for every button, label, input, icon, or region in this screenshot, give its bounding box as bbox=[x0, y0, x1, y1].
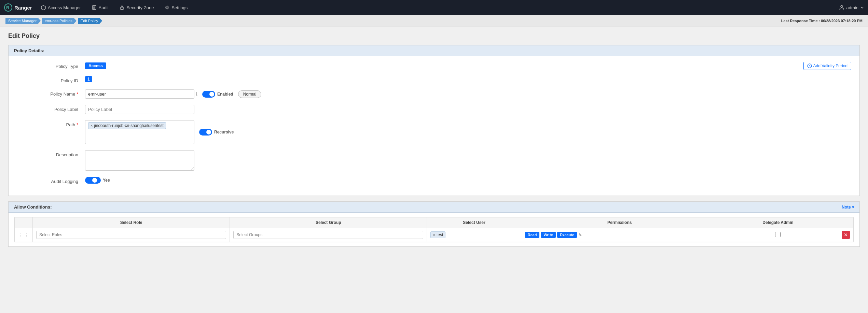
user-icon bbox=[839, 5, 844, 10]
delegate-cell bbox=[718, 228, 838, 242]
perm-write-button[interactable]: Write bbox=[541, 232, 555, 238]
nav-audit[interactable]: Audit bbox=[87, 0, 114, 15]
perm-edit-icon[interactable]: ✎ bbox=[578, 232, 582, 238]
col-actions bbox=[838, 217, 854, 228]
recursive-toggle-wrap: Recursive bbox=[199, 129, 234, 136]
policy-label-label: Policy Label bbox=[17, 105, 85, 112]
col-group: Select Group bbox=[230, 217, 427, 228]
description-control bbox=[85, 150, 851, 171]
policy-id-label: Policy ID bbox=[17, 76, 85, 83]
col-drag bbox=[15, 217, 33, 228]
breadcrumb-edit-policy[interactable]: Edit Policy bbox=[78, 18, 102, 24]
path-control: × jindoauth-runjob-cn-shanghailuseritest… bbox=[85, 120, 851, 144]
svg-point-8 bbox=[841, 5, 843, 8]
breadcrumb-bar: Service Manager emr-oss Policies Edit Po… bbox=[0, 15, 868, 27]
page-content: Edit Policy Policy Details: Policy Type … bbox=[0, 27, 868, 252]
drag-handle-icon[interactable]: ⋮⋮ bbox=[18, 232, 29, 238]
col-role: Select Role bbox=[33, 217, 230, 228]
policy-name-input[interactable] bbox=[85, 89, 194, 99]
breadcrumb: Service Manager emr-oss Policies Edit Po… bbox=[5, 18, 104, 24]
enabled-toggle-wrap: Enabled bbox=[202, 91, 233, 98]
drag-cell: ⋮⋮ bbox=[15, 228, 33, 242]
ranger-logo-icon: R bbox=[4, 3, 12, 12]
note-link[interactable]: Note ▾ bbox=[842, 205, 854, 210]
nav-security-zone-label: Security Zone bbox=[126, 5, 154, 10]
chevron-down-icon bbox=[860, 6, 864, 9]
policy-type-control: Access Add Validity Period bbox=[85, 62, 851, 70]
normal-button[interactable]: Normal bbox=[238, 90, 262, 98]
audit-logging-label: Audit Logging bbox=[17, 177, 85, 184]
add-validity-period-button[interactable]: Add Validity Period bbox=[803, 62, 852, 70]
enabled-toggle[interactable] bbox=[202, 91, 215, 98]
svg-point-7 bbox=[166, 7, 168, 9]
select-role-input[interactable] bbox=[36, 231, 226, 239]
nav-settings[interactable]: Settings bbox=[160, 0, 192, 15]
delegate-admin-checkbox[interactable] bbox=[775, 232, 781, 237]
svg-rect-6 bbox=[121, 7, 123, 10]
breadcrumb-service-manager[interactable]: Service Manager bbox=[5, 18, 41, 24]
permissions-cell: Read Write Execute ✎ bbox=[521, 228, 718, 242]
shield-icon bbox=[41, 5, 46, 10]
policy-name-label: Policy Name bbox=[17, 89, 85, 97]
path-label: Path bbox=[17, 120, 85, 127]
col-user: Select User bbox=[427, 217, 521, 228]
conditions-table-wrap: Select Role Select Group Select User Per… bbox=[14, 217, 854, 242]
group-cell bbox=[230, 228, 427, 242]
path-row: Path × jindoauth-runjob-cn-shanghailuser… bbox=[17, 120, 851, 144]
policy-label-control bbox=[85, 105, 851, 114]
policy-details-body: Policy Type Access Add Validity Period bbox=[9, 56, 859, 196]
policy-id-badge: 1 bbox=[85, 76, 92, 82]
path-tag-remove-icon[interactable]: × bbox=[91, 124, 93, 128]
audit-toggle[interactable] bbox=[85, 177, 101, 184]
policy-label-input[interactable] bbox=[85, 105, 194, 114]
policy-label-row: Policy Label bbox=[17, 105, 851, 114]
policy-type-label: Policy Type bbox=[17, 62, 85, 69]
perm-execute-button[interactable]: Execute bbox=[557, 232, 577, 238]
file-icon bbox=[92, 5, 97, 10]
allow-conditions-title: Allow Conditions: bbox=[14, 204, 52, 210]
user-tag: × test bbox=[430, 231, 445, 238]
response-time-value: 06/28/2023 07:18:20 PM bbox=[821, 19, 863, 23]
nav-access-manager[interactable]: Access Manager bbox=[36, 0, 86, 15]
description-row: Description bbox=[17, 150, 851, 171]
perm-read-button[interactable]: Read bbox=[525, 232, 539, 238]
lock-icon bbox=[120, 5, 124, 10]
conditions-table-header-row: Select Role Select Group Select User Per… bbox=[15, 217, 854, 228]
audit-toggle-label: Yes bbox=[103, 178, 110, 183]
response-time-label: Last Response Time : bbox=[781, 19, 820, 23]
role-cell bbox=[33, 228, 230, 242]
page-title: Edit Policy bbox=[8, 32, 860, 40]
user-tag-remove-icon[interactable]: × bbox=[433, 233, 435, 237]
policy-id-row: Policy ID 1 bbox=[17, 76, 851, 83]
nav-settings-label: Settings bbox=[171, 5, 188, 10]
delete-row-button[interactable]: ✕ bbox=[842, 231, 850, 239]
policy-name-label-text: Policy Name bbox=[50, 91, 75, 97]
nav-security-zone[interactable]: Security Zone bbox=[115, 0, 159, 15]
allow-conditions-header: Allow Conditions: Note ▾ bbox=[9, 202, 859, 213]
nav-audit-label: Audit bbox=[99, 5, 109, 10]
policy-type-badge: Access bbox=[85, 62, 106, 69]
select-group-input[interactable] bbox=[233, 231, 423, 239]
policy-name-row: Policy Name ℹ Enabled Normal bbox=[17, 89, 851, 99]
svg-text:R: R bbox=[6, 5, 10, 10]
path-input-area[interactable]: × jindoauth-runjob-cn-shanghailuseritest bbox=[85, 120, 194, 144]
breadcrumb-emr-oss-policies[interactable]: emr-oss Policies bbox=[42, 18, 77, 24]
policy-details-title: Policy Details: bbox=[14, 48, 44, 53]
policy-details-header: Policy Details: bbox=[9, 45, 859, 56]
policy-details-section: Policy Details: Policy Type Access Add V… bbox=[8, 45, 860, 196]
allow-conditions-section: Allow Conditions: Note ▾ Select Role Sel… bbox=[8, 201, 860, 247]
response-time: Last Response Time : 06/28/2023 07:18:20… bbox=[781, 19, 863, 23]
path-tag-value: jindoauth-runjob-cn-shanghailuseritest bbox=[94, 123, 163, 128]
description-input[interactable] bbox=[85, 150, 194, 171]
conditions-table: Select Role Select Group Select User Per… bbox=[14, 217, 854, 242]
add-validity-label: Add Validity Period bbox=[813, 63, 848, 68]
clock-icon bbox=[807, 63, 812, 68]
recursive-toggle[interactable] bbox=[199, 129, 212, 136]
table-row: ⋮⋮ × bbox=[15, 228, 854, 242]
user-tag-value: test bbox=[437, 232, 443, 237]
policy-type-row: Policy Type Access Add Validity Period bbox=[17, 62, 851, 70]
conditions-table-head: Select Role Select Group Select User Per… bbox=[15, 217, 854, 228]
top-navigation: R Ranger Access Manager Audit Security Z… bbox=[0, 0, 868, 15]
audit-toggle-wrap: Yes bbox=[85, 177, 110, 184]
description-label: Description bbox=[17, 150, 85, 157]
